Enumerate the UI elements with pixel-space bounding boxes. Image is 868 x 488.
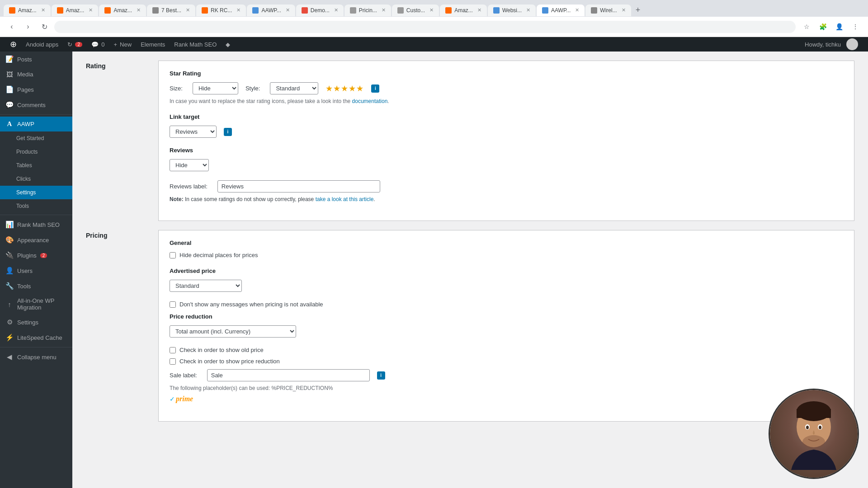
tab-favicon	[152, 7, 159, 14]
tab-close[interactable]: ✕	[334, 7, 338, 13]
tab-close[interactable]: ✕	[575, 7, 579, 13]
sidebar-item-media[interactable]: 🖼 Media	[0, 67, 72, 82]
sidebar-item-comments[interactable]: 💬 Comments	[0, 97, 72, 113]
sidebar-item-litespeed[interactable]: ⚡ LiteSpeed Cache	[0, 330, 72, 345]
forward-button[interactable]: ›	[22, 20, 34, 33]
admin-bar-site[interactable]: Andoid apps	[21, 37, 63, 52]
sidebar-item-rankmath[interactable]: 📊 Rank Math SEO	[0, 217, 72, 232]
tab-close[interactable]: ✕	[41, 7, 45, 13]
address-bar[interactable]: tichku.com/wp-admin/admin.php?page=aawp-…	[54, 21, 796, 33]
wp-logo-item[interactable]: ⊕	[5, 37, 21, 52]
tab-close[interactable]: ✕	[622, 7, 626, 13]
reload-button[interactable]: ↻	[38, 20, 51, 33]
browser-tab-12[interactable]: AAWP... ✕	[537, 5, 585, 16]
sidebar-item-get-started[interactable]: Get Started	[0, 131, 72, 145]
sidebar-item-settings[interactable]: Settings	[0, 186, 72, 199]
sidebar-label-settings-main: Settings	[17, 319, 38, 326]
show-price-reduction-label: Check in order to show price reduction	[179, 358, 280, 365]
browser-tab-3[interactable]: Amaz... ✕	[99, 5, 146, 16]
admin-bar-user[interactable]: Howdy, tichku	[800, 37, 863, 52]
tab-close[interactable]: ✕	[477, 7, 481, 13]
aawp-icon: A	[5, 120, 14, 128]
advertised-price-row: Standard Sale Regular	[170, 280, 843, 292]
posts-icon: 📝	[5, 55, 14, 63]
sidebar-item-tools[interactable]: Tools	[0, 199, 72, 213]
rating-section-wrapper: Rating Star Rating Size: Hide Small Medi…	[86, 61, 854, 221]
sidebar-item-products[interactable]: Products	[0, 145, 72, 159]
browser-tab-8[interactable]: Pricin... ✕	[344, 5, 391, 16]
sale-label-input[interactable]	[207, 369, 370, 381]
sidebar-item-clicks[interactable]: Clicks	[0, 172, 72, 186]
link-target-info-icon[interactable]: i	[224, 128, 232, 136]
sidebar-item-aawp[interactable]: A AAWP	[0, 117, 72, 131]
tab-close[interactable]: ✕	[186, 7, 190, 13]
sidebar-item-users[interactable]: 👤 Users	[0, 263, 72, 278]
note-link[interactable]: take a look at this article	[316, 196, 374, 202]
browser-tab-13[interactable]: Wirel... ✕	[585, 5, 631, 16]
sidebar-item-appearance[interactable]: 🎨 Appearance	[0, 232, 72, 248]
admin-bar-elements[interactable]: Elements	[136, 37, 170, 52]
documentation-link[interactable]: documentation	[352, 98, 388, 104]
collapse-icon: ◀	[5, 353, 14, 361]
browser-tab-2[interactable]: Amaz... ✕	[52, 5, 99, 16]
sidebar-label-products: Products	[16, 149, 38, 155]
reviews-label-text: Reviews label:	[170, 183, 208, 190]
sidebar-label-pages: Pages	[17, 86, 34, 93]
sidebar-item-tables[interactable]: Tables	[0, 159, 72, 172]
tab-close[interactable]: ✕	[429, 7, 434, 13]
tab-close[interactable]: ✕	[89, 7, 93, 13]
browser-tab-1[interactable]: Amaz... ✕	[4, 5, 51, 16]
sidebar-label-aawp: AAWP	[17, 121, 34, 127]
tab-close[interactable]: ✕	[236, 7, 241, 13]
browser-tab-4[interactable]: 7 Best... ✕	[147, 5, 195, 16]
show-old-price-label: Check in order to show old price	[179, 347, 264, 353]
link-target-select[interactable]: Reviews None Blank	[170, 126, 217, 138]
reviews-select[interactable]: Hide Show	[170, 159, 209, 171]
profile-button[interactable]: 👤	[832, 19, 846, 34]
sidebar-item-plugins[interactable]: 🔌 Plugins 2	[0, 248, 72, 263]
note-end: .	[373, 196, 375, 202]
tab-close[interactable]: ✕	[382, 7, 386, 13]
bookmark-button[interactable]: ☆	[799, 19, 814, 34]
sidebar-item-collapse[interactable]: ◀ Collapse menu	[0, 349, 72, 365]
dont-show-msg-checkbox[interactable]	[170, 301, 176, 308]
new-tab-button[interactable]: +	[632, 4, 644, 17]
tab-close[interactable]: ✕	[286, 7, 290, 13]
tab-close[interactable]: ✕	[137, 7, 141, 13]
browser-tab-6[interactable]: AAWP... ✕	[247, 5, 295, 16]
admin-bar-rankmath[interactable]: Rank Math SEO	[170, 37, 221, 52]
menu-button[interactable]: ⋮	[848, 19, 863, 34]
size-select[interactable]: Hide Small Medium Large	[193, 82, 238, 94]
star-rating-info-icon[interactable]: i	[371, 84, 379, 93]
new-icon: +	[114, 41, 118, 48]
sidebar-item-posts[interactable]: 📝 Posts	[0, 52, 72, 67]
sidebar-item-aiowpm[interactable]: ↑ All-in-One WP Migration	[0, 294, 72, 314]
back-button[interactable]: ‹	[5, 20, 18, 33]
admin-bar-diamond[interactable]: ◆	[221, 37, 235, 52]
sidebar-item-settings-main[interactable]: ⚙ Settings	[0, 314, 72, 330]
browser-tab-9[interactable]: Custo... ✕	[392, 5, 439, 16]
link-target-group: Link target Reviews None Blank i	[170, 113, 843, 138]
tab-close[interactable]: ✕	[526, 7, 530, 13]
sidebar-label-collapse: Collapse menu	[17, 354, 57, 361]
admin-bar-new[interactable]: + New	[109, 37, 137, 52]
admin-bar-comments[interactable]: 💬 0	[87, 37, 109, 52]
browser-tab-11[interactable]: Websi... ✕	[488, 5, 536, 16]
browser-tab-5[interactable]: RK RC... ✕	[196, 5, 246, 16]
style-select[interactable]: Standard Custom	[270, 82, 318, 94]
reviews-label-input[interactable]	[217, 180, 380, 192]
price-reduction-select[interactable]: Total amount (incl. Currency) Percentage…	[170, 325, 296, 338]
advertised-price-select[interactable]: Standard Sale Regular	[170, 280, 242, 292]
extensions-button[interactable]: 🧩	[816, 19, 830, 34]
show-old-price-checkbox[interactable]	[170, 347, 176, 353]
browser-tab-7[interactable]: Demo... ✕	[296, 5, 344, 16]
hide-decimal-checkbox[interactable]	[170, 252, 176, 258]
browser-tab-10[interactable]: Amaz... ✕	[440, 5, 487, 16]
admin-bar-updates[interactable]: ↻ 2	[63, 37, 87, 52]
star-rating-group: Star Rating Size: Hide Small Medium Larg…	[170, 70, 843, 104]
show-price-reduction-checkbox[interactable]	[170, 358, 176, 365]
sidebar-item-pages[interactable]: 📄 Pages	[0, 82, 72, 97]
sale-label-info-icon[interactable]: i	[377, 371, 385, 380]
sidebar-label-settings: Settings	[16, 189, 36, 196]
sidebar-item-tools-main[interactable]: 🔧 Tools	[0, 278, 72, 294]
